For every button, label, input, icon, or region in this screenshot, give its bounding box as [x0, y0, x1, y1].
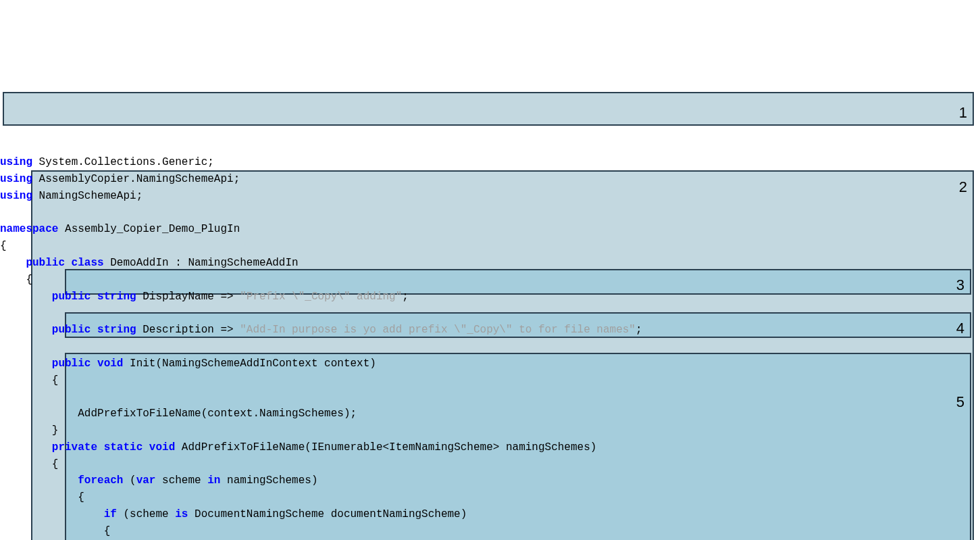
- string-literal: "Add-In purpose is yo add prefix \"_Copy…: [240, 324, 636, 336]
- brace: {: [0, 240, 7, 252]
- keyword-using: using: [0, 190, 32, 202]
- keyword-void: void: [143, 441, 175, 453]
- keyword-public: public: [0, 324, 91, 336]
- keyword-void: void: [91, 358, 123, 370]
- namespace-text: AssemblyCopier.NamingSchemeApi;: [32, 173, 240, 185]
- keyword-is: is: [175, 508, 188, 520]
- method-sig: AddPrefixToFileName(IEnumerable<ItemNami…: [175, 441, 596, 453]
- brace: {: [0, 374, 58, 387]
- class-decl: DemoAddIn : NamingSchemeAddIn: [104, 257, 299, 269]
- ident: DocumentNamingScheme documentNamingSchem…: [188, 508, 467, 520]
- keyword-string: string: [91, 291, 136, 303]
- keyword-in: in: [207, 474, 220, 487]
- ident: namingSchemes): [220, 474, 317, 487]
- semicolon: ;: [402, 291, 409, 303]
- method-call: AddPrefixToFileName(context.NamingScheme…: [0, 408, 357, 420]
- keyword-string: string: [91, 324, 136, 336]
- keyword-static: static: [97, 441, 143, 453]
- keyword-using: using: [0, 156, 32, 168]
- code-content: using System.Collections.Generic; using …: [0, 154, 980, 540]
- brace: {: [0, 525, 110, 537]
- keyword-public: public: [0, 358, 91, 370]
- code-screenshot: 1 2 3 4 5 using System.Collections.Gener…: [0, 70, 980, 540]
- ident: scheme: [155, 474, 207, 487]
- namespace-text: NamingSchemeApi;: [32, 190, 143, 202]
- semicolon: ;: [636, 324, 642, 336]
- brace: {: [0, 274, 32, 286]
- highlight-box-1: 1: [3, 92, 974, 126]
- prop-name: Description =>: [136, 324, 240, 336]
- keyword-var: var: [136, 474, 156, 487]
- namespace-name: Assembly_Copier_Demo_PlugIn: [58, 223, 240, 235]
- prop-name: DisplayName =>: [136, 291, 240, 303]
- method-sig: Init(NamingSchemeAddInContext context): [123, 358, 376, 370]
- keyword-foreach: foreach: [0, 474, 123, 487]
- ident: (scheme: [117, 508, 175, 520]
- string-literal: "Prefix \"_Copy\" adding": [240, 291, 402, 303]
- keyword-private: private: [0, 441, 97, 453]
- brace: }: [0, 424, 58, 437]
- keyword-class: class: [65, 257, 104, 269]
- namespace-text: System.Collections.Generic;: [32, 156, 214, 168]
- keyword-public: public: [0, 291, 91, 303]
- keyword-namespace: namespace: [0, 223, 58, 235]
- keyword-public: public: [0, 257, 65, 269]
- box-number-1: 1: [959, 101, 967, 124]
- keyword-using: using: [0, 173, 32, 185]
- brace: {: [0, 491, 84, 504]
- brace: {: [0, 458, 58, 470]
- keyword-if: if: [0, 508, 117, 520]
- paren: (: [123, 474, 136, 487]
